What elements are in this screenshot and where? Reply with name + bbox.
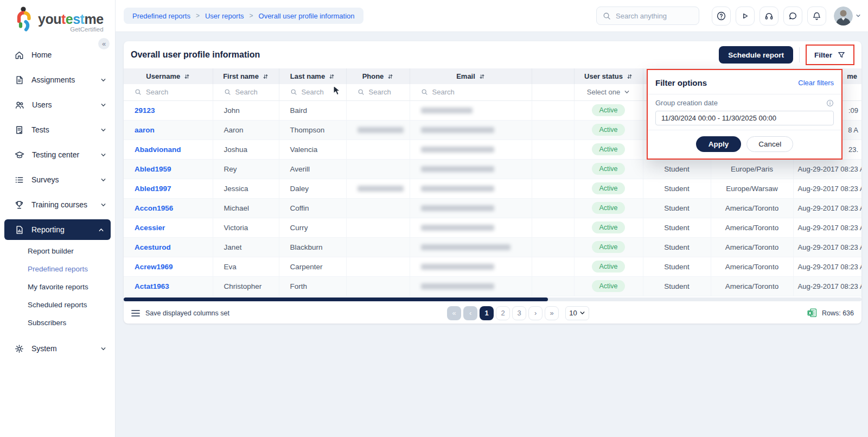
col-header-label: Username: [146, 72, 180, 80]
excel-export-icon[interactable]: [807, 308, 817, 318]
reporting-icon: [14, 225, 24, 235]
column-search-input[interactable]: Search: [410, 88, 532, 96]
date-range-input[interactable]: 11/30/2024 00:00 - 11/30/2025 00:00: [655, 111, 834, 125]
filter-button[interactable]: Filter: [808, 47, 852, 63]
panel-divider: [648, 130, 841, 130]
cell-phone: [346, 276, 410, 296]
cell-first-name: Eva: [213, 257, 279, 276]
scrollbar-thumb[interactable]: [124, 297, 548, 301]
sidebar-item-tests[interactable]: Tests: [0, 117, 115, 142]
username-link[interactable]: Abled1959: [135, 165, 171, 173]
table-row: Abled1959ReyAverillActiveStudentEurope/P…: [124, 159, 861, 179]
sidebar-subitem-predefined-reports[interactable]: Predefined reports: [0, 260, 115, 278]
breadcrumb-link-predefined-reports[interactable]: Predefined reports: [132, 12, 190, 20]
pagination-page-3[interactable]: 3: [512, 306, 526, 320]
username-link[interactable]: Accon1956: [135, 204, 173, 212]
sidebar-collapse-button[interactable]: «: [98, 38, 110, 49]
column-search-input[interactable]: Search: [279, 88, 346, 96]
chat-button[interactable]: [783, 7, 802, 26]
brand-letter: s: [73, 11, 80, 27]
column-search-input[interactable]: Search: [347, 88, 410, 96]
col-header-inner: Phone: [362, 72, 394, 80]
info-icon[interactable]: [826, 99, 834, 107]
headset-icon: [764, 11, 774, 21]
sidebar-subitem-subscribers[interactable]: Subscribers: [0, 314, 115, 332]
sidebar-subitem-report-builder[interactable]: Report builder: [0, 242, 115, 260]
username-link[interactable]: Abadvionand: [135, 145, 181, 154]
breadcrumb-link-overall-user-profile-information[interactable]: Overall user profile information: [259, 12, 355, 20]
pagination-first-button[interactable]: «: [447, 306, 461, 320]
sidebar-item-label: Home: [31, 50, 52, 59]
global-search-input[interactable]: Search anything: [596, 7, 699, 25]
cell-phone: [346, 140, 410, 159]
redacted-email: [421, 166, 494, 172]
sidebar-item-assignments[interactable]: Assignments: [0, 67, 115, 92]
pagination-page-2[interactable]: 2: [496, 306, 510, 320]
cell-user-status: Active: [574, 100, 643, 120]
col-header-label: me: [847, 72, 857, 80]
cancel-button[interactable]: Cancel: [746, 136, 793, 152]
cell-last-name: Valencia: [279, 140, 346, 159]
username-link[interactable]: Abled1997: [135, 185, 171, 193]
apply-button[interactable]: Apply: [696, 136, 742, 152]
username-link[interactable]: Acessier: [135, 224, 165, 232]
help-icon: [716, 11, 726, 21]
bell-button[interactable]: [807, 7, 826, 26]
user-menu[interactable]: [834, 7, 861, 26]
username-link[interactable]: aaron: [135, 126, 155, 134]
cell-timezone: America/Toronto: [711, 218, 793, 237]
sort-icon[interactable]: [329, 73, 335, 80]
headset-button[interactable]: [760, 7, 778, 26]
username-link[interactable]: Actat1963: [135, 282, 169, 290]
sidebar-item-training-courses[interactable]: Training courses: [0, 192, 115, 217]
sidebar-item-home[interactable]: Home: [0, 42, 115, 67]
filter-button-label: Filter: [814, 51, 832, 59]
sort-icon[interactable]: [184, 73, 190, 80]
redacted-email: [421, 147, 494, 153]
cell-email: [410, 179, 532, 198]
cell-email: [410, 159, 532, 179]
sidebar-item-reporting[interactable]: Reporting: [4, 219, 111, 240]
pagination-next-button[interactable]: ›: [528, 306, 542, 320]
sidebar-item-users[interactable]: Users: [0, 92, 115, 117]
status-select[interactable]: Select one: [575, 88, 643, 96]
cell-phone: [346, 257, 410, 276]
breadcrumb-link-user-reports[interactable]: User reports: [205, 12, 244, 20]
column-search-input[interactable]: Search: [124, 88, 213, 96]
cell-role: Student: [643, 159, 711, 179]
username-link[interactable]: Acesturod: [135, 243, 171, 251]
username-link[interactable]: 29123: [135, 106, 155, 115]
horizontal-scrollbar[interactable]: [124, 297, 861, 301]
page-size-select[interactable]: 10: [565, 306, 589, 320]
cell-username: Abled1959: [124, 159, 213, 179]
sidebar-subitem-my-favorite-reports[interactable]: My favorite reports: [0, 278, 115, 296]
sidebar-subitem-scheduled-reports[interactable]: Scheduled reports: [0, 296, 115, 314]
column-search-input[interactable]: Search: [213, 88, 279, 96]
cell-username: Acessier: [124, 218, 213, 237]
sidebar-item-label: Tests: [31, 125, 49, 134]
col-filter-cell: [532, 84, 574, 100]
sort-icon[interactable]: [627, 73, 633, 80]
cell-date: Aug-29-2017 08:23 A: [793, 198, 861, 218]
pagination-prev-button[interactable]: ‹: [463, 306, 477, 320]
topbar-actions: Search anything: [596, 7, 861, 26]
redacted-email: [421, 244, 510, 250]
clear-filters-link[interactable]: Clear filters: [798, 79, 834, 87]
sort-icon[interactable]: [263, 73, 269, 80]
avatar[interactable]: [834, 7, 853, 26]
sidebar-item-surveys[interactable]: Surveys: [0, 167, 115, 192]
sidebar-item-system[interactable]: System: [0, 336, 115, 361]
sidebar-item-testing-center[interactable]: Testing center: [0, 142, 115, 167]
redacted-email: [421, 283, 494, 289]
schedule-report-button[interactable]: Schedule report: [719, 46, 793, 64]
cell-phone: [346, 218, 410, 237]
help-button[interactable]: [712, 7, 731, 26]
sort-icon[interactable]: [479, 73, 485, 80]
pagination-last-button[interactable]: »: [545, 306, 559, 320]
pagination-page-1[interactable]: 1: [480, 306, 494, 320]
sort-icon[interactable]: [387, 73, 393, 80]
play-button[interactable]: [736, 7, 755, 26]
username-link[interactable]: Acrew1969: [135, 263, 173, 271]
cell-first-name: Victoria: [213, 218, 279, 237]
save-columns-button[interactable]: Save displayed columns set: [131, 309, 229, 317]
